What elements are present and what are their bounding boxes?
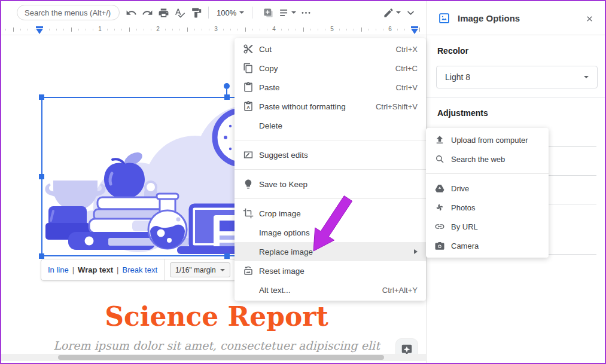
- google-docs-window: 100% 123456: [0, 0, 606, 364]
- menu-item-shortcut: Ctrl+Shift+V: [376, 102, 418, 111]
- ruler-tick: [172, 29, 173, 30]
- context-menu-item-image-options[interactable]: Image options: [235, 223, 426, 242]
- close-panel-button[interactable]: [583, 13, 595, 25]
- horizontal-scrollbar-thumb[interactable]: [58, 355, 384, 360]
- context-menu-item-suggest-edits[interactable]: Suggest edits: [235, 145, 426, 164]
- menu-item-icon-placeholder: [243, 120, 254, 131]
- menu-item-label: Paste without formatting: [259, 102, 346, 111]
- resize-handle-bottom-left[interactable]: [39, 253, 44, 259]
- menu-item-label: Reset image: [259, 267, 304, 276]
- print-icon: [158, 7, 169, 19]
- rotation-handle[interactable]: [224, 83, 230, 89]
- replace-submenu-item-search-the-web[interactable]: Search the web: [426, 149, 549, 169]
- image-margin-dropdown[interactable]: 1/16" margin: [170, 262, 230, 277]
- paint-format-button[interactable]: [188, 5, 204, 21]
- line-spacing-button[interactable]: [276, 5, 298, 21]
- line-spacing-icon: [278, 7, 290, 19]
- ruler-tick: [260, 29, 260, 30]
- spelling-check-button[interactable]: [172, 5, 188, 21]
- replace-submenu-item-camera[interactable]: Camera: [426, 236, 549, 255]
- context-menu-item-paste[interactable]: PasteCtrl+V: [235, 78, 426, 97]
- more-options-button[interactable]: [298, 5, 314, 21]
- left-indent-marker[interactable]: [36, 29, 43, 34]
- right-indent-marker-bar[interactable]: [411, 26, 418, 28]
- menu-item-label: Delete: [259, 121, 282, 130]
- wrap-option-break-text[interactable]: Break text: [122, 265, 157, 274]
- menu-item-label: Crop image: [259, 209, 301, 218]
- add-comment-icon: [263, 7, 274, 19]
- ruler-tick: [49, 29, 50, 30]
- zoom-dropdown[interactable]: 100%: [213, 5, 248, 20]
- print-button[interactable]: [156, 5, 172, 21]
- image-wrap-toolbar: In line|Wrap text|Break text 1/16" margi…: [41, 259, 236, 281]
- ruler-tick: [325, 29, 325, 30]
- resize-handle-bottom-middle[interactable]: [224, 253, 230, 259]
- ruler-tick: [397, 29, 398, 30]
- replace-submenu-item-by-url[interactable]: By URL: [426, 217, 549, 236]
- replace-submenu-item-drive[interactable]: Drive: [426, 179, 549, 198]
- ruler-tick: [404, 29, 405, 30]
- replace-submenu-item-upload-from-computer[interactable]: Upload from computer: [426, 130, 549, 149]
- wrap-option-in-line[interactable]: In line: [48, 265, 69, 274]
- undo-button[interactable]: [123, 5, 139, 21]
- context-menu-item-delete[interactable]: Delete: [235, 116, 426, 135]
- ruler-tick: [339, 29, 340, 30]
- link-icon: [434, 221, 445, 232]
- ruler-tick: [71, 27, 72, 32]
- wrap-option-separator: |: [72, 265, 74, 274]
- ruler-tick: [107, 29, 108, 30]
- recolor-dropdown[interactable]: Light 8: [436, 66, 598, 88]
- ruler-tick: [346, 29, 347, 30]
- context-menu-item-cut[interactable]: CutCtrl+X: [235, 39, 426, 59]
- context-menu-item-reset-image[interactable]: Reset image: [235, 261, 426, 280]
- ruler-tick: [144, 29, 144, 30]
- left-indent-marker-bar[interactable]: [36, 26, 43, 28]
- ruler-tick: [223, 29, 224, 30]
- ruler-tick: [245, 27, 246, 32]
- context-menu-item-replace-image[interactable]: Replace image: [235, 242, 426, 261]
- wrap-options: In line|Wrap text|Break text: [41, 259, 164, 280]
- editing-mode-button[interactable]: [381, 5, 403, 21]
- image-options-header: Image Options: [427, 1, 605, 35]
- menu-item-label: Drive: [451, 184, 469, 193]
- ruler-tick: [93, 29, 93, 30]
- context-menu-item-copy[interactable]: CopyCtrl+C: [235, 59, 426, 78]
- chevron-down-icon: [405, 7, 416, 19]
- close-icon: [585, 14, 594, 23]
- upload-icon: [434, 134, 445, 145]
- right-indent-marker[interactable]: [411, 29, 418, 34]
- ruler[interactable]: 123456: [1, 24, 426, 35]
- menu-item-label: Save to Keep: [259, 180, 307, 189]
- search-menus-input[interactable]: [17, 5, 120, 20]
- image-options-icon: [438, 12, 450, 25]
- horizontal-scrollbar[interactable]: [1, 354, 426, 361]
- menu-divider: [426, 173, 549, 174]
- ruler-tick: [86, 29, 86, 30]
- ruler-tick: [28, 29, 28, 30]
- resize-handle-middle-left[interactable]: [39, 174, 44, 179]
- caret-down-icon: [239, 11, 244, 14]
- ruler-tick: [310, 29, 311, 30]
- resize-handle-top-left[interactable]: [39, 94, 44, 100]
- context-menu-item-alt-text[interactable]: Alt text...Ctrl+Alt+Y: [235, 280, 426, 299]
- context-menu-item-save-to-keep[interactable]: Save to Keep: [235, 175, 426, 194]
- menu-item-label: Suggest edits: [259, 151, 308, 160]
- document-title: Science Report: [25, 301, 408, 332]
- paste-plain-icon: [243, 101, 254, 112]
- menu-divider: [235, 169, 426, 170]
- toolbar-group-main: [123, 5, 204, 21]
- hide-menus-button[interactable]: [403, 5, 419, 21]
- ruler-tick: [369, 29, 369, 30]
- resize-handle-top-middle[interactable]: [224, 94, 230, 100]
- context-menu-item-crop-image[interactable]: Crop image: [235, 204, 426, 223]
- add-comment-button[interactable]: [260, 5, 276, 21]
- ruler-tick: [288, 29, 289, 30]
- ruler-tick: [78, 29, 79, 30]
- context-menu-item-paste-without-formatting[interactable]: Paste without formattingCtrl+Shift+V: [235, 97, 426, 116]
- wrap-option-wrap-text[interactable]: Wrap text: [78, 265, 113, 274]
- redo-button[interactable]: [139, 5, 156, 21]
- replace-submenu-item-photos[interactable]: Photos: [426, 198, 549, 217]
- drive-icon: [434, 183, 445, 194]
- menu-item-label: Cut: [259, 45, 272, 54]
- ruler-tick: [35, 29, 35, 30]
